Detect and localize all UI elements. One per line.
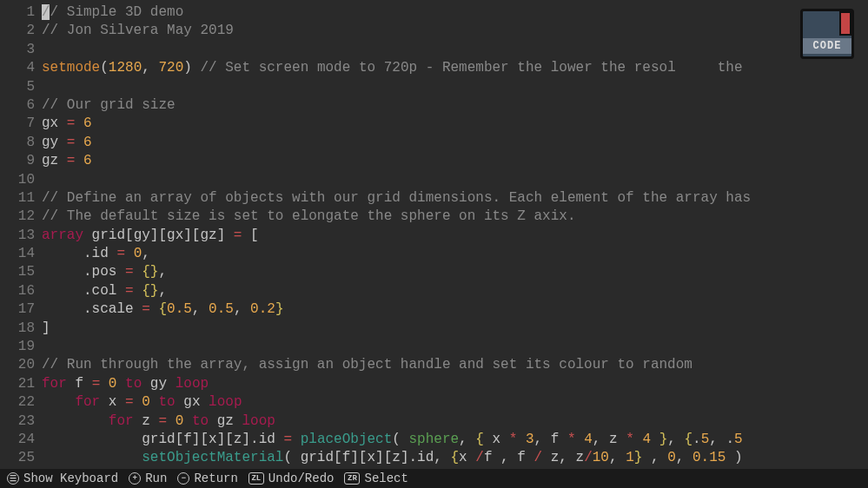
code-line[interactable]: // Simple 3D demo — [42, 3, 868, 22]
statusbar-label: Show Keyboard — [23, 472, 118, 485]
line-number: 23 — [0, 412, 35, 431]
line-number: 1 — [0, 3, 35, 22]
line-number: 22 — [0, 393, 35, 412]
code-line[interactable]: // Our grid size — [42, 96, 868, 115]
statusbar-item[interactable]: ☰Show Keyboard — [7, 472, 118, 485]
code-line[interactable] — [42, 171, 868, 189]
line-number: 18 — [0, 320, 35, 338]
line-number: 4 — [0, 59, 35, 77]
code-line[interactable]: // Define an array of objects with our g… — [42, 189, 868, 208]
code-line[interactable] — [42, 41, 868, 59]
line-number: 7 — [0, 115, 35, 133]
statusbar-item[interactable]: ZLUndo/Redo — [248, 472, 335, 485]
line-number: 10 — [0, 171, 35, 189]
code-line[interactable]: .col = {}, — [42, 282, 868, 300]
line-number: 20 — [0, 356, 35, 374]
code-line[interactable]: ] — [42, 320, 868, 338]
line-number: 13 — [0, 227, 35, 245]
line-number: 15 — [0, 263, 35, 281]
status-bar: ☰Show Keyboard+Run−ReturnZLUndo/RedoZRSe… — [0, 469, 868, 488]
code-line[interactable]: for f = 0 to gy loop — [42, 375, 868, 393]
line-number: 19 — [0, 338, 35, 356]
code-line[interactable]: // Jon Silvera May 2019 — [42, 22, 868, 40]
code-line[interactable]: gy = 6 — [42, 134, 868, 152]
line-number-gutter: 1234567891011121314151617181920212223242… — [0, 0, 42, 469]
line-number: 17 — [0, 300, 35, 319]
code-editor[interactable]: 1234567891011121314151617181920212223242… — [0, 0, 868, 469]
line-number: 24 — [0, 431, 35, 449]
code-line[interactable]: gx = 6 — [42, 115, 868, 133]
line-number: 14 — [0, 245, 35, 263]
button-hint-icon: ZR — [344, 472, 360, 485]
line-number: 11 — [0, 189, 35, 208]
code-line[interactable]: .pos = {}, — [42, 263, 868, 281]
line-number: 2 — [0, 22, 35, 40]
statusbar-item[interactable]: −Return — [177, 472, 237, 485]
line-number: 8 — [0, 134, 35, 152]
statusbar-label: Undo/Redo — [268, 472, 335, 485]
code-line[interactable] — [42, 78, 868, 96]
code-line[interactable] — [42, 338, 868, 356]
code-line[interactable]: setmode(1280, 720) // Set screen mode to… — [42, 59, 868, 77]
line-number: 12 — [0, 208, 35, 226]
code-line[interactable]: for z = 0 to gz loop — [42, 412, 868, 431]
code-line[interactable]: setObjectMaterial( grid[f][x][z].id, {x … — [42, 449, 868, 467]
statusbar-label: Return — [194, 472, 237, 485]
code-line[interactable]: gz = 6 — [42, 152, 868, 170]
help-book-icon[interactable]: CODE — [797, 5, 859, 66]
statusbar-item[interactable]: +Run — [129, 472, 167, 485]
button-hint-icon: + — [129, 472, 141, 485]
code-line[interactable]: // Run through the array, assign an obje… — [42, 356, 868, 374]
button-hint-icon: − — [177, 472, 189, 485]
line-number: 16 — [0, 282, 35, 300]
statusbar-label: Select — [364, 472, 407, 485]
statusbar-item[interactable]: ZRSelect — [344, 472, 407, 485]
button-hint-icon: ZL — [248, 472, 264, 485]
code-line[interactable]: array grid[gy][gx][gz] = [ — [42, 227, 868, 245]
code-line[interactable]: .scale = {0.5, 0.5, 0.2} — [42, 300, 868, 319]
line-number: 9 — [0, 152, 35, 170]
line-number: 21 — [0, 375, 35, 393]
line-number: 5 — [0, 78, 35, 96]
book-label: CODE — [803, 38, 851, 54]
line-number: 3 — [0, 41, 35, 59]
code-area[interactable]: // Simple 3D demo// Jon Silvera May 2019… — [42, 0, 868, 469]
line-number: 6 — [0, 96, 35, 115]
button-hint-icon: ☰ — [7, 472, 19, 485]
code-line[interactable]: for x = 0 to gx loop — [42, 393, 868, 412]
statusbar-label: Run — [145, 472, 167, 485]
code-line[interactable]: .id = 0, — [42, 245, 868, 263]
code-line[interactable]: // The default size is set to elongate t… — [42, 208, 868, 226]
line-number: 25 — [0, 449, 35, 467]
code-line[interactable]: grid[f][x][z].id = placeObject( sphere, … — [42, 431, 868, 449]
